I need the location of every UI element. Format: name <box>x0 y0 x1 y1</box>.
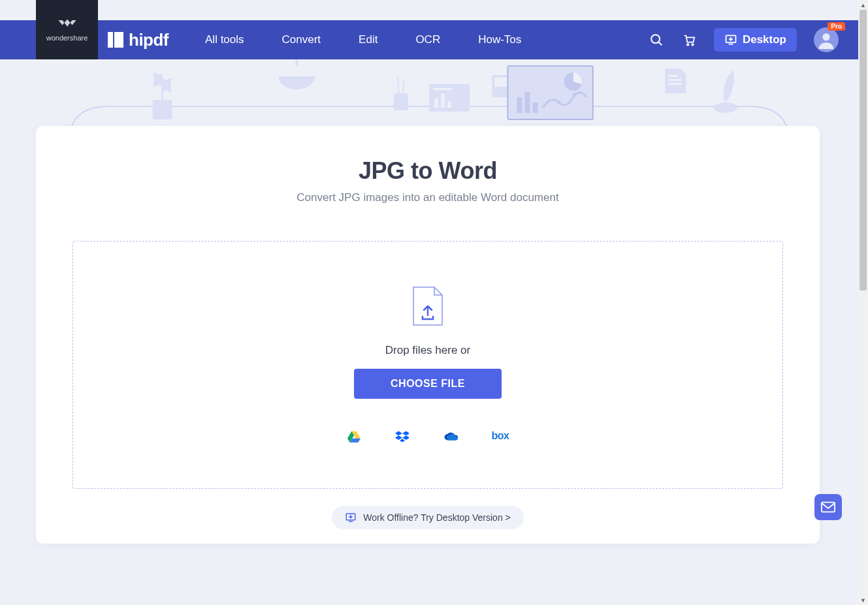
desktop-button-label: Desktop <box>743 33 786 46</box>
nav-item-ocr[interactable]: OCR <box>415 33 440 46</box>
choose-file-button[interactable]: CHOOSE FILE <box>354 369 502 399</box>
svg-rect-30 <box>668 83 681 85</box>
hipdf-logo-text: hipdf <box>129 30 169 50</box>
wondershare-label: wondershare <box>46 34 88 42</box>
svg-rect-23 <box>517 97 522 113</box>
search-icon[interactable] <box>649 32 664 48</box>
main-navbar: hipdf All tools Convert Edit OCR How-Tos… <box>0 20 858 59</box>
feedback-mail-button[interactable] <box>814 494 842 520</box>
svg-point-27 <box>573 93 577 97</box>
converter-card: JPG to Word Convert JPG images into an e… <box>36 126 820 544</box>
box-label: box <box>492 430 509 441</box>
svg-rect-11 <box>394 93 408 110</box>
svg-point-8 <box>822 33 829 40</box>
scroll-down-arrow[interactable]: ▼ <box>858 595 868 605</box>
scroll-up-arrow[interactable]: ▲ <box>858 0 868 10</box>
svg-point-26 <box>557 101 561 104</box>
scroll-thumb[interactable] <box>860 10 867 290</box>
scroll-track[interactable] <box>858 10 868 595</box>
mail-icon <box>821 501 835 513</box>
svg-rect-34 <box>822 503 835 512</box>
svg-rect-0 <box>108 32 113 48</box>
hipdf-logo-icon <box>108 32 123 48</box>
svg-rect-15 <box>434 99 438 108</box>
svg-rect-29 <box>668 79 681 81</box>
page-title: JPG to Word <box>72 157 783 185</box>
svg-rect-20 <box>494 78 507 87</box>
pro-badge: Pro <box>828 22 845 31</box>
svg-line-12 <box>398 78 399 93</box>
svg-rect-10 <box>295 59 298 66</box>
download-desktop-icon <box>724 33 737 46</box>
svg-rect-28 <box>668 75 677 77</box>
file-dropzone[interactable]: Drop files here or CHOOSE FILE box <box>72 241 783 489</box>
offline-text: Work Offline? Try Desktop Version > <box>363 512 511 523</box>
box-icon[interactable]: box <box>492 430 509 443</box>
vertical-scrollbar[interactable]: ▲ ▼ <box>858 0 868 605</box>
download-icon <box>345 512 357 523</box>
svg-rect-17 <box>447 101 451 108</box>
svg-rect-25 <box>533 102 538 113</box>
offline-desktop-link[interactable]: Work Offline? Try Desktop Version > <box>332 506 524 529</box>
avatar-icon <box>814 27 839 52</box>
desktop-button[interactable]: Desktop <box>714 28 797 52</box>
decorative-banner <box>0 59 858 131</box>
nav-item-convert[interactable]: Convert <box>282 33 321 46</box>
cart-icon[interactable] <box>681 32 697 48</box>
google-drive-icon[interactable] <box>347 430 361 443</box>
onedrive-icon[interactable] <box>443 430 458 443</box>
drop-instruction: Drop files here or <box>385 344 470 357</box>
svg-point-5 <box>692 44 694 46</box>
svg-rect-9 <box>153 100 172 119</box>
svg-rect-16 <box>441 93 445 108</box>
nav-item-edit[interactable]: Edit <box>359 33 378 46</box>
svg-rect-24 <box>524 92 530 113</box>
svg-point-31 <box>713 102 737 113</box>
hipdf-logo[interactable]: hipdf <box>108 30 169 50</box>
svg-point-2 <box>651 35 660 43</box>
user-avatar[interactable]: Pro <box>814 27 839 52</box>
upload-file-icon <box>413 287 443 326</box>
nav-menu: All tools Convert Edit OCR How-Tos <box>205 33 521 46</box>
wondershare-brand-block[interactable]: wondershare <box>36 0 98 59</box>
svg-point-4 <box>687 44 689 46</box>
cloud-source-row: box <box>347 430 509 443</box>
top-strip <box>0 0 868 20</box>
nav-item-all-tools[interactable]: All tools <box>205 33 244 46</box>
svg-line-3 <box>659 42 662 46</box>
svg-rect-1 <box>114 32 123 48</box>
svg-line-13 <box>403 79 404 93</box>
dropbox-icon[interactable] <box>395 430 410 443</box>
wondershare-logo-icon <box>57 18 77 30</box>
nav-item-how-tos[interactable]: How-Tos <box>478 33 521 46</box>
svg-rect-18 <box>433 88 453 90</box>
page-subtitle: Convert JPG images into an editable Word… <box>72 191 783 204</box>
